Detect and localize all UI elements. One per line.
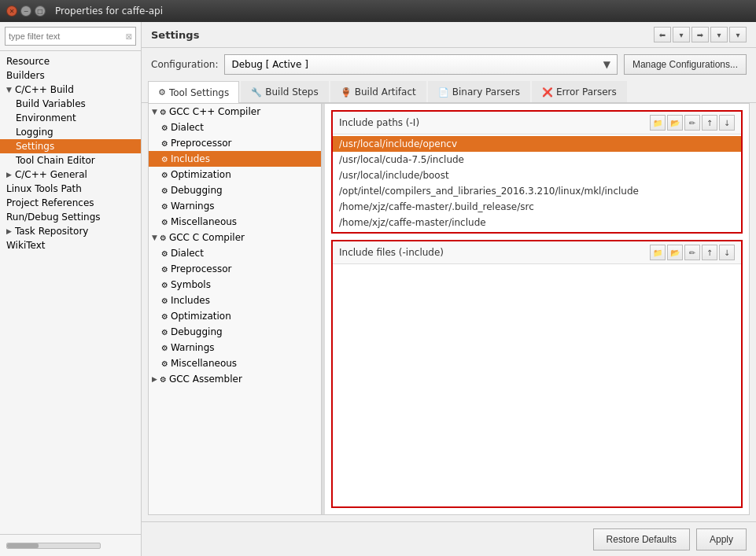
tab-build-artifact[interactable]: 🏺 Build Artifact <box>330 81 426 102</box>
config-select[interactable]: Debug [ Active ] ▼ <box>224 54 617 75</box>
sidebar-item-builders[interactable]: Builders <box>0 68 141 83</box>
filter-input-wrapper[interactable]: ⊠ <box>5 27 136 46</box>
task-repo-arrow: ▶ <box>6 227 12 235</box>
warnings-label: Warnings <box>171 201 215 212</box>
include-files-add-button[interactable]: 📁 <box>650 245 666 260</box>
include-path-item-5[interactable]: /home/xjz/caffe-master/include <box>333 215 741 230</box>
includes-item[interactable]: ⚙ Includes <box>149 151 321 167</box>
miscellaneous-c-item[interactable]: ⚙ Miscellaneous <box>149 355 321 371</box>
tab-error-parsers[interactable]: ❌ Error Parsers <box>532 81 627 102</box>
sidebar-item-environment[interactable]: Environment <box>0 111 141 125</box>
optimization-item[interactable]: ⚙ Optimization <box>149 167 321 182</box>
nav-back-dropdown[interactable]: ▾ <box>673 27 690 42</box>
build-variables-label: Build Variables <box>16 98 86 109</box>
warnings-c-item[interactable]: ⚙ Warnings <box>149 340 321 355</box>
includes-c-item[interactable]: ⚙ Includes <box>149 293 321 308</box>
minimize-button[interactable]: − <box>20 6 31 17</box>
debugging-item[interactable]: ⚙ Debugging <box>149 182 321 198</box>
debugging-icon: ⚙ <box>161 186 168 195</box>
preprocessor-c-item[interactable]: ⚙ Preprocessor <box>149 261 321 277</box>
content-title: Settings <box>151 29 199 41</box>
include-path-item-2[interactable]: /usr/local/include/boost <box>333 168 741 183</box>
manage-configurations-button[interactable]: Manage Configurations... <box>624 54 747 75</box>
preprocessor-label: Preprocessor <box>171 138 231 149</box>
sidebar-item-cpp-general[interactable]: ▶ C/C++ General <box>0 168 141 182</box>
preprocessor-item[interactable]: ⚙ Preprocessor <box>149 135 321 151</box>
gcc-assembler-label: GCC Assembler <box>169 374 242 385</box>
include-files-up-button[interactable]: ↑ <box>702 245 717 260</box>
miscellaneous-item[interactable]: ⚙ Miscellaneous <box>149 214 321 230</box>
nav-menu-button[interactable]: ▾ <box>729 27 747 42</box>
config-label: Configuration: <box>151 59 218 70</box>
dialect-item[interactable]: ⚙ Dialect <box>149 120 321 135</box>
gcc-cpp-item[interactable]: ▼ ⚙ GCC C++ Compiler <box>149 104 321 120</box>
sidebar-item-resource[interactable]: Resource <box>0 54 141 68</box>
filter-input[interactable] <box>9 31 126 41</box>
include-paths-header: Include paths (-I) 📁 📂 ✏ ↑ ↓ <box>333 112 741 134</box>
include-path-item-4[interactable]: /home/xjz/caffe-master/.build_release/sr… <box>333 199 741 215</box>
include-path-value-0: /usr/local/include/opencv <box>339 138 457 149</box>
filter-box: ⊠ <box>0 22 141 51</box>
task-repo-label: Task Repository <box>15 226 89 237</box>
nav-forward-dropdown[interactable]: ▾ <box>710 27 728 42</box>
cpp-build-label: C/C++ Build <box>15 84 74 95</box>
include-path-item-1[interactable]: /usr/local/cuda-7.5/include <box>333 152 741 168</box>
sidebar-item-task-repo[interactable]: ▶ Task Repository <box>0 224 141 238</box>
environment-label: Environment <box>16 112 76 123</box>
sidebar-item-linux-tools[interactable]: Linux Tools Path <box>0 182 141 196</box>
tab-build-steps-label: Build Steps <box>265 87 319 98</box>
title-bar: ✕ − □ Properties for caffe-api <box>0 0 756 22</box>
sidebar-item-settings[interactable]: Settings <box>0 139 141 153</box>
sidebar-item-build-variables[interactable]: Build Variables <box>0 97 141 111</box>
include-paths-actions: 📁 📂 ✏ ↑ ↓ <box>650 115 735 131</box>
sidebar-item-project-refs[interactable]: Project References <box>0 196 141 210</box>
apply-button[interactable]: Apply <box>696 528 747 550</box>
preprocessor-c-label: Preprocessor <box>171 263 231 274</box>
include-paths-add-button[interactable]: 📁 <box>650 115 666 131</box>
gcc-c-item[interactable]: ▼ ⚙ GCC C Compiler <box>149 230 321 245</box>
sidebar-item-tool-chain-editor[interactable]: Tool Chain Editor <box>0 153 141 168</box>
include-paths-add-workspace-button[interactable]: 📂 <box>667 115 683 131</box>
include-files-header: Include files (-include) 📁 📂 ✏ ↑ ↓ <box>333 241 741 264</box>
debugging-c-item[interactable]: ⚙ Debugging <box>149 324 321 340</box>
include-paths-up-button[interactable]: ↑ <box>702 115 717 131</box>
content-header: Settings ⬅ ▾ ➡ ▾ ▾ <box>142 22 756 48</box>
optimization-c-item[interactable]: ⚙ Optimization <box>149 308 321 324</box>
include-path-item-0[interactable]: /usr/local/include/opencv <box>333 136 741 152</box>
settings-label: Settings <box>16 141 54 152</box>
include-files-edit-button[interactable]: ✏ <box>684 245 700 260</box>
miscellaneous-label: Miscellaneous <box>171 216 237 227</box>
sidebar-item-wikitext[interactable]: WikiText <box>0 238 141 252</box>
nav-back-button[interactable]: ⬅ <box>654 27 671 42</box>
tab-binary-parsers[interactable]: 📄 Binary Parsers <box>428 81 530 102</box>
include-path-value-3: /opt/intel/compilers_and_libraries_2016.… <box>339 186 639 197</box>
include-files-down-button[interactable]: ↓ <box>719 245 735 260</box>
cpp-general-arrow: ▶ <box>6 171 12 179</box>
restore-defaults-button[interactable]: Restore Defaults <box>593 528 690 550</box>
dialect-c-item[interactable]: ⚙ Dialect <box>149 245 321 261</box>
filter-clear-icon[interactable]: ⊠ <box>126 32 132 41</box>
tab-tool-settings[interactable]: ⚙ Tool Settings <box>148 81 239 103</box>
include-path-value-1: /usr/local/cuda-7.5/include <box>339 154 464 165</box>
dialect-label: Dialect <box>171 122 204 133</box>
include-paths-down-button[interactable]: ↓ <box>719 115 735 131</box>
include-paths-title: Include paths (-I) <box>339 117 419 128</box>
window-controls[interactable]: ✕ − □ <box>6 6 46 17</box>
miscellaneous-c-icon: ⚙ <box>161 359 168 368</box>
dialect-c-label: Dialect <box>171 248 204 259</box>
sidebar-item-cpp-build[interactable]: ▼ C/C++ Build <box>0 83 141 97</box>
symbols-c-item[interactable]: ⚙ Symbols <box>149 277 321 293</box>
sidebar-item-logging[interactable]: Logging <box>0 125 141 139</box>
gcc-assembler-item[interactable]: ▶ ⚙ GCC Assembler <box>149 371 321 387</box>
maximize-button[interactable]: □ <box>35 6 46 17</box>
warnings-item[interactable]: ⚙ Warnings <box>149 198 321 214</box>
close-button[interactable]: ✕ <box>6 6 17 17</box>
include-path-item-3[interactable]: /opt/intel/compilers_and_libraries_2016.… <box>333 183 741 199</box>
include-paths-edit-button[interactable]: ✏ <box>684 115 700 131</box>
nav-forward-button[interactable]: ➡ <box>691 27 709 42</box>
header-nav: ⬅ ▾ ➡ ▾ ▾ <box>654 27 747 42</box>
tab-build-steps[interactable]: 🔧 Build Steps <box>241 81 329 102</box>
include-files-add-workspace-button[interactable]: 📂 <box>667 245 683 260</box>
sidebar-item-run-debug[interactable]: Run/Debug Settings <box>0 210 141 224</box>
wikitext-label: WikiText <box>6 240 46 251</box>
